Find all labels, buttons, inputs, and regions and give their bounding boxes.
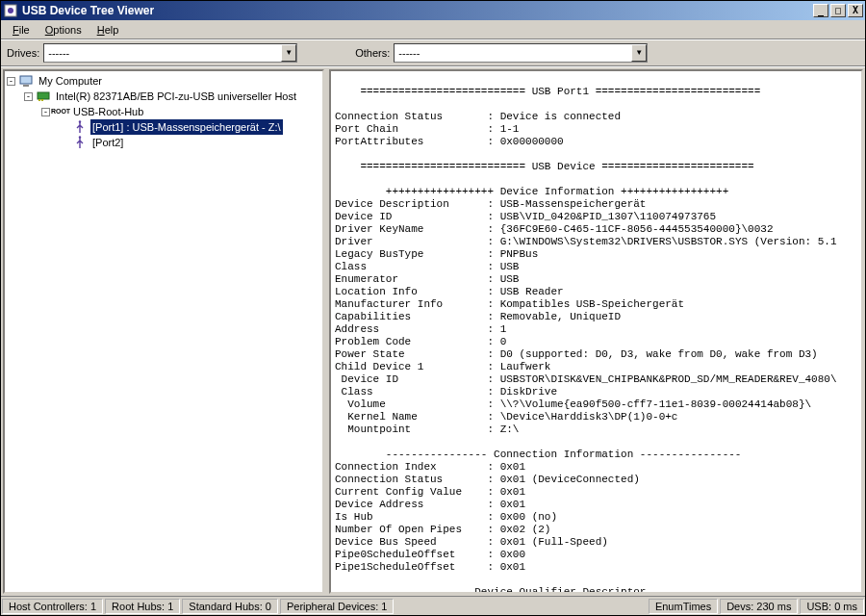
collapse-icon[interactable]: - <box>7 77 15 86</box>
field-value: : DiskDrive <box>487 386 557 398</box>
field-label: Problem Code <box>335 336 487 347</box>
field-label: Class <box>335 261 487 272</box>
field-label: Child Device 1 <box>335 361 487 372</box>
field-label: Kernel Name <box>335 411 487 423</box>
field-label: Device Address <box>335 499 487 510</box>
section-header: +++++++++++++++++ Device Information +++… <box>335 186 728 197</box>
status-enumtimes: EnumTimes <box>649 599 718 614</box>
collapse-icon[interactable]: - <box>41 108 50 116</box>
others-dropdown[interactable]: ------ ▼ <box>394 43 648 63</box>
field-label: Current Config Value <box>335 486 487 498</box>
title-bar: USB Device Tree Viewer _ □ X <box>1 1 865 20</box>
status-bar: Host Controllers: 1 Root Hubs: 1 Standar… <box>1 596 865 615</box>
toolbar: Drives: ------ ▼ Others: ------ ▼ <box>1 39 865 66</box>
field-value: : Laufwerk <box>487 361 550 372</box>
close-button[interactable]: X <box>848 4 863 17</box>
field-value: : Removable, UniqueID <box>487 311 621 322</box>
field-value: : 0x01 (DeviceConnected) <box>487 474 639 485</box>
svg-point-7 <box>79 120 81 122</box>
field-value: : \Device\Harddisk3\DP(1)0-0+c <box>487 411 677 423</box>
field-value: : 0x02 (2) <box>487 524 550 535</box>
root-hub-icon: ROOT <box>53 104 68 119</box>
main-window: USB Device Tree Viewer _ □ X File Option… <box>0 0 866 616</box>
field-label: Driver KeyName <box>335 223 487 235</box>
tree-label: [Port2] <box>90 135 125 150</box>
field-label: Volume <box>335 398 487 410</box>
field-label: Class <box>335 386 487 398</box>
field-value: : \\?\Volume{ea90f500-cff7-11e1-8039-000… <box>487 398 811 410</box>
tree-label: My Computer <box>37 73 104 89</box>
field-value: : USB <box>487 273 519 285</box>
section-header: ========================== USB Device ==… <box>335 161 754 172</box>
minimize-button[interactable]: _ <box>813 4 828 17</box>
drives-label: Drives: <box>7 47 39 59</box>
menu-file[interactable]: File <box>5 22 38 38</box>
tree-row-my-computer[interactable]: - My Computer <box>7 73 320 89</box>
tree-label: Intel(R) 82371AB/EB PCI-zu-USB universel… <box>54 89 298 104</box>
window-title: USB Device Tree Viewer <box>22 4 813 17</box>
detail-pane[interactable]: ========================== USB Port1 ===… <box>329 69 863 594</box>
chevron-down-icon[interactable]: ▼ <box>281 44 296 62</box>
menu-options[interactable]: Options <box>38 22 89 38</box>
tree-row-root-hub[interactable]: - ROOT USB-Root-Hub <box>41 104 320 119</box>
field-value: : 1-1 <box>487 123 519 135</box>
tree-pane[interactable]: - My Computer - Intel(R) 82371AB/EB PCI-… <box>3 69 324 594</box>
others-label: Others: <box>355 47 390 59</box>
field-value: : USB\VID_0420&PID_1307\110074973765 <box>487 211 716 222</box>
field-label: Is Hub <box>335 511 487 523</box>
tree-row-port2[interactable]: [Port2] <box>59 135 320 150</box>
svg-rect-6 <box>41 99 43 101</box>
field-value: : 0x01 <box>487 461 525 473</box>
field-label: Manufacturer Info <box>335 298 487 310</box>
field-label: Mountpoint <box>335 424 487 435</box>
field-value: : USB Reader <box>487 286 563 297</box>
field-value: : 0x00 (no) <box>487 511 557 523</box>
field-value: : 0x00 <box>487 549 525 560</box>
field-value: : Kompatibles USB-Speichergerät <box>487 298 684 310</box>
status-devs-time: Devs: 230 ms <box>720 599 798 614</box>
field-value: : USB <box>487 261 519 272</box>
field-label: Port Chain <box>335 123 487 135</box>
usb-port-icon <box>72 135 88 150</box>
field-label: Capabilities <box>335 311 487 322</box>
field-label: Device ID <box>335 373 487 385</box>
field-label: Device Bus Speed <box>335 536 487 548</box>
drives-dropdown[interactable]: ------ ▼ <box>43 43 297 63</box>
section-header: --------------- Device Qualifier Descrip… <box>335 586 748 594</box>
menu-help[interactable]: Help <box>89 22 127 38</box>
status-host-controllers: Host Controllers: 1 <box>2 599 103 614</box>
app-icon <box>3 3 18 18</box>
field-label: Number Of Open Pipes <box>335 524 487 535</box>
field-value: : Z:\ <box>487 424 519 435</box>
field-label: Address <box>335 323 487 335</box>
svg-rect-4 <box>38 92 49 99</box>
status-usb-time: USB: 0 ms <box>800 599 864 614</box>
field-value: : 0x01 <box>487 499 525 510</box>
status-peripheral-devices: Peripheral Devices: 1 <box>280 599 395 614</box>
tree-row-host-controller[interactable]: - Intel(R) 82371AB/EB PCI-zu-USB univers… <box>24 89 320 104</box>
menu-bar: File Options Help <box>1 20 865 39</box>
field-label: PortAttributes <box>335 136 487 147</box>
tree-row-port1[interactable]: [Port1] : USB-Massenspeichergerät - Z:\ <box>59 119 320 135</box>
field-label: Enumerator <box>335 273 487 285</box>
splitter[interactable] <box>325 67 328 596</box>
chevron-down-icon[interactable]: ▼ <box>631 44 647 62</box>
section-header: ========================== USB Port1 ===… <box>335 86 760 97</box>
status-standard-hubs: Standard Hubs: 0 <box>182 599 278 614</box>
client-area: - My Computer - Intel(R) 82371AB/EB PCI-… <box>1 66 865 596</box>
field-value: : 0x01 <box>487 561 525 573</box>
svg-rect-2 <box>20 76 32 84</box>
maximize-button[interactable]: □ <box>830 4 846 17</box>
field-value: : {36FC9E60-C465-11CF-8056-444553540000}… <box>487 223 773 235</box>
field-value: : 0x01 (Full-Speed) <box>487 536 607 548</box>
section-header: ---------------- Connection Information … <box>335 449 741 460</box>
field-label: Pipe1ScheduleOffset <box>335 561 487 573</box>
collapse-icon[interactable]: - <box>24 92 33 101</box>
field-label: Driver <box>335 236 487 247</box>
field-value: : 0x00000000 <box>487 136 563 147</box>
svg-point-1 <box>8 8 13 13</box>
svg-point-8 <box>79 136 81 138</box>
field-value: : 1 <box>487 323 506 335</box>
svg-rect-5 <box>38 99 40 101</box>
field-value: : 0 <box>487 336 506 347</box>
